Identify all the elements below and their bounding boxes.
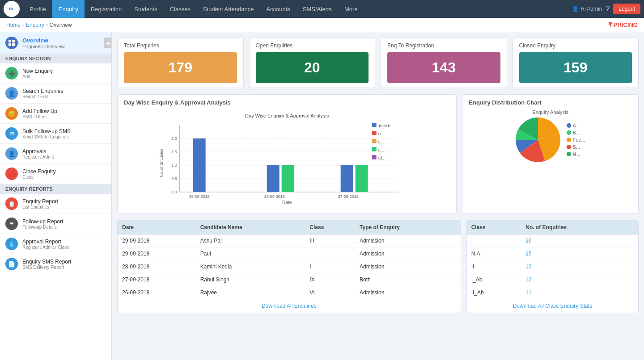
legend-h: H... [567, 151, 585, 157]
sidebar-item-followup-report[interactable]: ≡ Follow-up Report Follow-up Details [0, 214, 111, 234]
download-all-enquiries[interactable]: Download All Enquiries [118, 299, 461, 313]
class-table-card: Class No. of Enquiries I 26 N.A. 25 II 1… [466, 220, 639, 313]
svg-text:2.0: 2.0 [171, 136, 177, 141]
new-enquiry-icon: ➕ [5, 67, 18, 80]
breadcrumb-sep1: - [22, 22, 24, 28]
cell-count: 26 [521, 234, 638, 247]
cell-count: 12 [521, 273, 638, 286]
followup-report-text: Follow-up Report Follow-up Details [22, 218, 63, 230]
approvals-text: Approvals Register / Admit [22, 148, 54, 159]
breadcrumb: Home - Enquiry › Overview ₹ PRICING [0, 18, 644, 32]
svg-rect-28 [372, 155, 377, 159]
overview-icon [5, 37, 18, 49]
pricing-link[interactable]: ₹ PRICING [608, 21, 638, 28]
nav-enquiry[interactable]: Enquiry [52, 0, 85, 18]
sidebar-item-add-followup[interactable]: 😊 Add Follow Up SMS / Other [0, 104, 111, 124]
cell-count: 13 [521, 260, 638, 273]
stat-open-label: Open Enquiries [256, 42, 369, 49]
sidebar-item-bulk-sms[interactable]: ✉ Bulk Follow-up SMS Send SMS to Enquiri… [0, 124, 111, 144]
help-button[interactable]: ? [606, 5, 610, 13]
nav-more[interactable]: More [338, 0, 364, 18]
sms-report-icon: 📄 [5, 258, 18, 270]
pie-legend: A... B... Fee... [567, 123, 585, 157]
stat-open-value: 20 [256, 52, 369, 83]
main-content: Total Enquiries 179 Open Enquiries 20 En… [112, 32, 644, 360]
logout-button[interactable]: Logout [613, 4, 640, 14]
legend-dot-fee [567, 138, 571, 142]
svg-rect-0 [8, 40, 11, 42]
svg-rect-2 [8, 43, 11, 46]
table-row: 26-09-2018 Rajvee VI Admission [118, 286, 461, 299]
breadcrumb-enquiry[interactable]: Enquiry [26, 22, 44, 28]
sidebar-item-search-enquiries[interactable]: 👤 Search Enquiries Search / Edit [0, 84, 111, 104]
col-num-enquiries: No. of Enquiries [521, 221, 638, 234]
download-class-enquiry-stats[interactable]: Download All Class Enquiry Stats [467, 299, 638, 313]
app-logo: BL [4, 1, 20, 17]
svg-text:28-09-2018: 28-09-2018 [264, 194, 285, 199]
svg-text:0.5: 0.5 [171, 176, 177, 181]
table-row: II 13 [467, 260, 638, 273]
sidebar-item-close-enquiry[interactable]: 🚫 Close Enquiry Close [0, 164, 111, 184]
approval-report-text: Approval Report Register / Admit / Close [22, 239, 69, 250]
class-table-header: Class No. of Enquiries [467, 221, 638, 234]
search-enquiries-icon: 👤 [5, 87, 18, 100]
close-enquiry-text: Close Enquiry Close [22, 168, 56, 180]
cell-date: 26-09-2018 [118, 286, 196, 299]
cell-type: Admission [355, 286, 461, 299]
stat-reg-label: Enq To Registration [387, 42, 500, 49]
main-layout: Overview Enquiries Overview ◀ Enquiry Se… [0, 32, 644, 360]
cell-type: Admission [355, 247, 461, 260]
bar-chart-svg: Day Wise Enquiry & Approval Analysis No.… [124, 109, 450, 208]
nav-sms[interactable]: SMS/Alerts [297, 0, 338, 18]
approvals-icon: 👤 [5, 147, 18, 160]
stat-total-value: 179 [124, 52, 237, 83]
sidebar: Overview Enquiries Overview ◀ Enquiry Se… [0, 32, 112, 360]
cell-type: Both [355, 273, 461, 286]
nav-accounts[interactable]: Accounts [260, 0, 296, 18]
cell-count: 11 [521, 286, 638, 299]
nav-students[interactable]: Students [128, 0, 163, 18]
svg-text:Cl...: Cl... [378, 156, 386, 160]
bar-chart-card: Day Wise Enquiry & Approval Analysis Day… [117, 94, 457, 214]
sidebar-item-approval-report[interactable]: 💧 Approval Report Register / Admit / Clo… [0, 234, 111, 254]
table-row: I_Ab 12 [467, 273, 638, 286]
table-row: 29-09-2018 Paul Admission [118, 247, 461, 260]
user-name: Hi Admin [580, 6, 602, 12]
cell-class: I_Ab [467, 273, 521, 286]
svg-text:1.5: 1.5 [171, 150, 177, 154]
sidebar-overview-header[interactable]: Overview Enquiries Overview ◀ [0, 32, 111, 54]
charts-row: Day Wise Enquiry & Approval Analysis Day… [117, 94, 639, 214]
enquiry-table-card: Date Candidate Name Class Type of Enquir… [117, 220, 461, 313]
nav-attendance[interactable]: Student Attendance [197, 0, 260, 18]
nav-profile[interactable]: Profile [23, 0, 52, 18]
sidebar-collapse-btn[interactable]: ◀ [104, 38, 111, 48]
cell-class: II [467, 260, 521, 273]
breadcrumb-home[interactable]: Home [6, 22, 21, 28]
svg-text:29-09-2018: 29-09-2018 [189, 194, 210, 199]
enquiry-table-header: Date Candidate Name Class Type of Enquir… [118, 221, 461, 234]
sidebar-item-sms-report[interactable]: 📄 Enquiry SMS Report SMS Delivery Report [0, 254, 111, 274]
nav-classes[interactable]: Classes [164, 0, 197, 18]
col-class: Class [305, 221, 355, 234]
top-navigation: BL Profile Enquiry Registration Students… [0, 0, 644, 18]
svg-rect-22 [372, 131, 377, 135]
bar-28-total [267, 165, 280, 192]
tables-row: Date Candidate Name Class Type of Enquir… [117, 220, 639, 313]
bulk-sms-text: Bulk Follow-up SMS Send SMS to Enquiries [22, 128, 71, 139]
sidebar-item-enquiry-report[interactable]: 📋 Enquiry Report List Enquiries [0, 194, 111, 214]
svg-text:E...: E... [378, 140, 385, 144]
svg-text:E...: E... [378, 148, 385, 152]
nav-registration[interactable]: Registration [85, 0, 128, 18]
sidebar-item-new-enquiry[interactable]: ➕ New Enquiry Add [0, 63, 111, 84]
pie-container: A... B... Fee... [516, 117, 585, 162]
svg-rect-26 [372, 147, 377, 151]
svg-text:O...: O... [378, 132, 385, 136]
svg-rect-20 [372, 123, 377, 127]
svg-rect-24 [372, 139, 377, 143]
cell-count: 25 [521, 247, 638, 260]
sidebar-item-approvals[interactable]: 👤 Approvals Register / Admit [0, 144, 111, 164]
pie-subtitle: Enquiry Analysis [532, 109, 568, 115]
cell-name: Ashu Pal [196, 234, 305, 247]
class-table: Class No. of Enquiries I 26 N.A. 25 II 1… [467, 221, 638, 299]
bar-chart-title: Day Wise Enquiry & Approval Analysis [124, 99, 450, 106]
